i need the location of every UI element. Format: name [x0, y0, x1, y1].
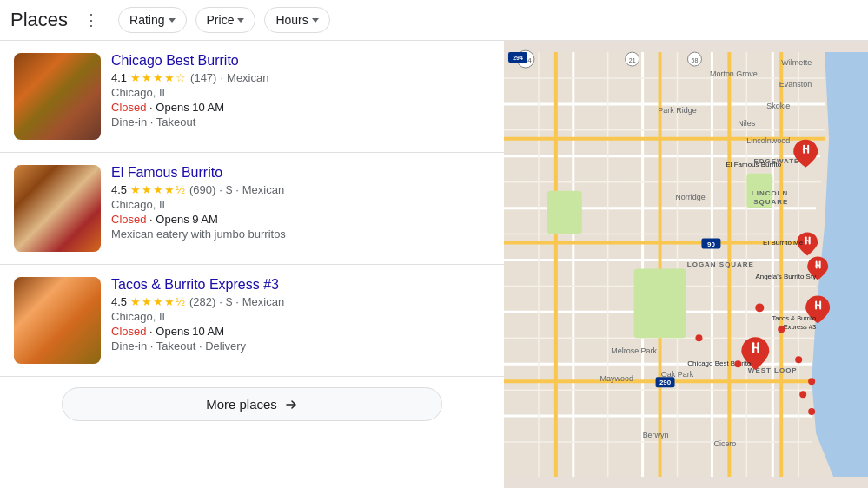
rating-value-2: 4.5 — [111, 183, 127, 196]
dot-2a: · — [219, 183, 222, 196]
place-hours-3: Closed · Opens 10 AM — [111, 325, 490, 338]
more-options-button[interactable]: ⋮ — [80, 7, 103, 33]
map-svg: 294 21 58 90 290 Wilmette Evanston Morto… — [504, 41, 868, 488]
place-name-3: Tacos & Burrito Express #3 — [111, 277, 490, 293]
filter-price-label: Price — [207, 13, 235, 27]
rating-value-3: 4.5 — [111, 295, 127, 308]
more-places-button[interactable]: More places — [62, 387, 442, 421]
svg-text:SQUARE: SQUARE — [753, 198, 788, 206]
stars-1: ★★★★☆ — [130, 71, 187, 84]
chevron-down-icon — [237, 18, 244, 23]
svg-point-82 — [755, 303, 764, 312]
place-opens-1: · Opens 10 AM — [149, 101, 224, 114]
filter-rating-label: Rating — [129, 13, 164, 27]
place-image-3 — [14, 277, 101, 364]
svg-point-84 — [795, 356, 802, 363]
svg-point-83 — [778, 326, 785, 333]
place-image-2 — [14, 165, 101, 252]
svg-text:El Famous Burrito: El Famous Burrito — [726, 161, 781, 168]
map-container[interactable]: 294 21 58 90 290 Wilmette Evanston Morto… — [504, 41, 868, 488]
place-services-3: Dine-in · Takeout · Delivery — [111, 340, 490, 353]
place-type-2: Mexican — [242, 183, 284, 196]
place-price-2: $ — [226, 183, 232, 196]
svg-text:LOGAN SQUARE: LOGAN SQUARE — [687, 260, 754, 268]
dot-1: · — [220, 71, 223, 84]
place-hours-1: Closed · Opens 10 AM — [111, 101, 490, 114]
place-hours-2: Closed · Opens 9 AM — [111, 213, 490, 226]
svg-text:Express #3: Express #3 — [784, 323, 816, 331]
place-description-2: Mexican eatery with jumbo burritos — [111, 228, 490, 241]
place-info-2: El Famous Burrito 4.5 ★★★★½ (690) · $ · … — [111, 165, 490, 252]
place-item-2[interactable]: El Famous Burrito 4.5 ★★★★½ (690) · $ · … — [0, 153, 504, 265]
svg-point-85 — [808, 378, 815, 385]
filter-hours-button[interactable]: Hours — [264, 7, 329, 33]
svg-point-88 — [695, 334, 702, 341]
svg-point-89 — [734, 360, 741, 367]
place-rating-row-2: 4.5 ★★★★½ (690) · $ · Mexican — [111, 183, 490, 196]
dot-3a: · — [219, 295, 222, 308]
svg-text:Morton Grove: Morton Grove — [710, 69, 758, 78]
svg-rect-34 — [547, 191, 582, 234]
filter-price-button[interactable]: Price — [195, 7, 256, 33]
svg-text:Chicago Best Burrito: Chicago Best Burrito — [687, 359, 752, 367]
place-name-2: El Famous Burrito — [111, 165, 490, 181]
rating-count-2: (690) — [189, 183, 215, 196]
svg-text:Niles: Niles — [738, 119, 755, 128]
place-info-1: Chicago Best Burrito 4.1 ★★★★☆ (147) · M… — [111, 53, 490, 140]
rating-count-1: (147) — [190, 71, 216, 84]
svg-text:Evanston: Evanston — [779, 80, 812, 89]
filter-rating-button[interactable]: Rating — [118, 7, 186, 33]
place-services-1: Dine-in · Takeout — [111, 115, 490, 129]
stars-2: ★★★★½ — [130, 183, 186, 196]
svg-rect-33 — [634, 268, 686, 338]
place-location-1: Chicago, IL — [111, 86, 490, 99]
place-opens-2: · Opens 9 AM — [149, 213, 218, 226]
chevron-down-icon — [312, 18, 319, 23]
place-status-1: Closed — [111, 101, 146, 114]
dot-2b: · — [235, 183, 239, 196]
place-item-1[interactable]: Chicago Best Burrito 4.1 ★★★★☆ (147) · M… — [0, 41, 504, 153]
page-title: Places — [10, 9, 68, 31]
svg-text:21: 21 — [629, 57, 636, 63]
more-places-section: More places — [0, 377, 504, 432]
place-location-3: Chicago, IL — [111, 310, 490, 323]
svg-text:58: 58 — [692, 57, 699, 63]
svg-text:294: 294 — [513, 55, 523, 61]
svg-text:Norridge: Norridge — [675, 193, 705, 201]
stars-3: ★★★★½ — [130, 295, 186, 308]
chevron-down-icon — [169, 18, 176, 23]
svg-rect-80 — [757, 342, 759, 353]
svg-text:Cicero: Cicero — [713, 439, 736, 448]
main-content: Chicago Best Burrito 4.1 ★★★★☆ (147) · M… — [0, 41, 868, 488]
svg-text:Oak Park: Oak Park — [661, 370, 694, 379]
place-info-3: Tacos & Burrito Express #3 4.5 ★★★★½ (28… — [111, 277, 490, 364]
place-rating-row-1: 4.1 ★★★★☆ (147) · Mexican — [111, 71, 490, 84]
svg-point-87 — [808, 408, 815, 415]
svg-text:90: 90 — [707, 241, 715, 248]
rating-count-3: (282) — [189, 295, 215, 308]
svg-text:El Burrito Me: El Burrito Me — [763, 239, 804, 247]
svg-point-86 — [799, 391, 806, 398]
svg-text:Wilmette: Wilmette — [781, 58, 812, 67]
place-type-1: Mexican — [227, 71, 268, 84]
svg-text:Park Ridge: Park Ridge — [658, 106, 696, 115]
place-item-3[interactable]: Tacos & Burrito Express #3 4.5 ★★★★½ (28… — [0, 265, 504, 377]
place-location-2: Chicago, IL — [111, 198, 490, 211]
dot-3b: · — [235, 295, 239, 308]
places-list: Chicago Best Burrito 4.1 ★★★★☆ (147) · M… — [0, 41, 504, 488]
svg-text:Berwyn: Berwyn — [643, 431, 669, 439]
place-opens-3: · Opens 10 AM — [149, 325, 224, 338]
svg-text:LINCOLN: LINCOLN — [752, 189, 788, 197]
place-image-1 — [14, 53, 101, 140]
place-name-1: Chicago Best Burrito — [111, 53, 490, 69]
svg-text:Angela's Burrito Sty: Angela's Burrito Sty — [755, 273, 816, 280]
place-type-3: Mexican — [242, 295, 284, 308]
svg-text:290: 290 — [659, 379, 672, 386]
arrow-right-icon — [284, 398, 298, 412]
place-rating-row-3: 4.5 ★★★★½ (282) · $ · Mexican — [111, 295, 490, 308]
rating-value-1: 4.1 — [111, 71, 127, 84]
svg-text:Melrose Park: Melrose Park — [611, 346, 657, 355]
place-status-2: Closed — [111, 213, 146, 226]
svg-text:Skokie: Skokie — [766, 102, 790, 110]
svg-text:Lincolnwood: Lincolnwood — [746, 136, 790, 145]
